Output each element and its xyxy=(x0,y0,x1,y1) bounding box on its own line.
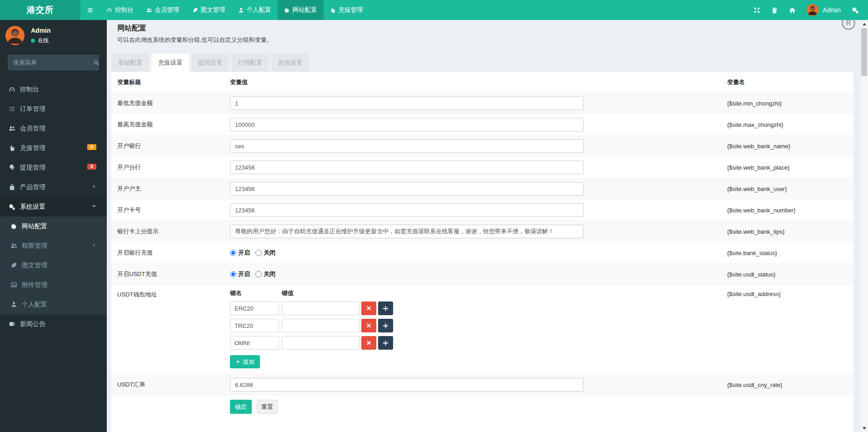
sidebar-item-附件管理[interactable]: 附件管理 xyxy=(0,275,107,295)
hand-icon xyxy=(8,145,16,151)
config-row: 最高充值金额{$site.max_chongzhi} xyxy=(111,114,853,136)
row-label: USDT汇率 xyxy=(117,381,230,389)
chevron-left-icon xyxy=(91,184,97,189)
move-pair-button[interactable] xyxy=(378,319,393,332)
reset-button[interactable]: 重置 xyxy=(257,400,278,414)
scrollbar-thumb[interactable] xyxy=(861,28,867,76)
sidebar-item-label: 系统设置 xyxy=(20,203,45,211)
sidebar-item-权限管理[interactable]: 权限管理 xyxy=(0,236,107,256)
value-input[interactable] xyxy=(230,203,584,217)
hand-down-icon xyxy=(8,164,16,171)
sidebar-toggle-button[interactable] xyxy=(80,0,100,20)
value-input[interactable] xyxy=(230,161,584,174)
kv-key-input[interactable] xyxy=(230,336,279,350)
navbar-item-充值管理[interactable]: 充值管理 xyxy=(324,0,369,20)
radio-group: 开启关闭 xyxy=(230,249,584,257)
sidebar-item-图文管理[interactable]: 图文管理 xyxy=(0,256,107,275)
row-value xyxy=(230,182,584,196)
move-pair-button[interactable] xyxy=(378,336,393,350)
delete-pair-button[interactable]: ✕ xyxy=(361,336,376,350)
sidebar-username: Admin xyxy=(31,27,51,34)
kv-pair-row: ✕ xyxy=(230,319,584,332)
radio-option-关闭[interactable]: 关闭 xyxy=(255,249,275,257)
radio-group: 开启关闭 xyxy=(230,270,584,278)
sidebar-item-个人配置[interactable]: 个人配置 xyxy=(0,295,107,314)
settings-gears-icon[interactable] xyxy=(852,6,859,14)
sidebar-item-订单管理[interactable]: 订单管理 xyxy=(0,99,107,119)
sidebar-item-label: 网站配置 xyxy=(22,222,47,231)
navbar-item-控制台[interactable]: 控制台 xyxy=(100,0,140,20)
sidebar-item-系统设置[interactable]: 系统设置 xyxy=(0,197,107,216)
home-icon[interactable] xyxy=(789,7,796,14)
delete-pair-button[interactable]: ✕ xyxy=(361,319,376,332)
navbar-item-label: 个人配置 xyxy=(247,6,271,14)
value-input[interactable] xyxy=(230,118,584,131)
trash-icon[interactable] xyxy=(771,7,778,14)
radio-label: 关闭 xyxy=(264,270,275,278)
value-input[interactable] xyxy=(230,96,584,110)
search-icon[interactable] xyxy=(93,60,100,66)
navbar-item-个人配置[interactable]: 个人配置 xyxy=(232,0,278,20)
submit-button[interactable]: 确定 xyxy=(230,400,252,414)
radio-input[interactable] xyxy=(255,250,262,256)
row-value: 开启关闭 xyxy=(230,249,584,257)
sidebar-item-网站配置[interactable]: 网站配置 xyxy=(0,216,107,236)
navbar-item-网站配置[interactable]: 网站配置 xyxy=(278,0,324,20)
sidebar-item-产品管理[interactable]: 产品管理 xyxy=(0,177,107,197)
sidebar-item-label: 图文管理 xyxy=(22,261,47,270)
radio-input[interactable] xyxy=(230,250,236,256)
value-input[interactable] xyxy=(230,225,584,238)
append-pair-button[interactable]: 追加 xyxy=(230,355,260,368)
expand-icon[interactable] xyxy=(753,7,760,14)
sidebar-item-会员管理[interactable]: 会员管理 xyxy=(0,119,107,138)
main-content: 网站配置 可以在此增改系统的变量和分组,也可以自定义分组和变量。 基础配置充值设… xyxy=(107,20,860,432)
config-row: 最低充值金额{$site.min_chongzhi} xyxy=(111,93,853,114)
radio-input[interactable] xyxy=(230,271,236,277)
navbar-item-会员管理[interactable]: 会员管理 xyxy=(140,0,186,20)
navbar-right: Admin xyxy=(753,0,859,20)
sidebar-item-充值管理[interactable]: 充值管理0 xyxy=(0,138,107,158)
radio-option-开启[interactable]: 开启 xyxy=(230,270,250,278)
value-input[interactable] xyxy=(230,378,584,392)
brand-logo[interactable]: 港交所 xyxy=(0,0,80,20)
kv-value-input[interactable] xyxy=(282,319,359,332)
radio-option-关闭[interactable]: 关闭 xyxy=(255,270,275,278)
move-pair-button[interactable] xyxy=(378,301,393,315)
tab-行情配置[interactable]: 行情配置 xyxy=(231,54,269,72)
kv-value-input[interactable] xyxy=(282,336,359,350)
value-input[interactable] xyxy=(230,182,584,196)
sidebar-item-新闻公告[interactable]: 新闻公告 xyxy=(0,314,107,334)
kv-key-header: 键名 xyxy=(230,289,282,297)
tab-提现设置[interactable]: 提现设置 xyxy=(191,54,229,72)
page-subtitle: 可以在此增改系统的变量和分组,也可以自定义分组和变量。 xyxy=(117,36,853,44)
navbar-item-图文管理[interactable]: 图文管理 xyxy=(186,0,232,20)
scroll-up-arrow[interactable] xyxy=(860,20,868,28)
online-status-dot xyxy=(31,39,35,43)
search-input[interactable] xyxy=(8,59,93,66)
sidebar-item-控制台[interactable]: 控制台 xyxy=(0,80,107,99)
tab-充值设置[interactable]: 充值设置 xyxy=(151,54,189,72)
radio-option-开启[interactable]: 开启 xyxy=(230,249,250,257)
tab-基础配置[interactable]: 基础配置 xyxy=(111,54,149,72)
navbar-item-label: 控制台 xyxy=(115,6,134,14)
kv-key-input[interactable] xyxy=(230,301,279,315)
sidebar-item-label: 提现管理 xyxy=(20,164,45,172)
scroll-down-arrow[interactable] xyxy=(860,424,868,432)
kv-value-input[interactable] xyxy=(282,301,359,315)
navbar-item-label: 网站配置 xyxy=(293,6,317,14)
sidebar-item-提现管理[interactable]: 提现管理0 xyxy=(0,158,107,177)
row-label: 开启银行充值 xyxy=(117,249,230,257)
kv-key-input[interactable] xyxy=(230,319,279,332)
value-input[interactable] xyxy=(230,139,584,153)
hand-icon xyxy=(330,7,336,13)
users-icon xyxy=(8,125,16,132)
navbar-item-label: 图文管理 xyxy=(201,6,225,14)
delete-pair-button[interactable]: ✕ xyxy=(361,301,376,315)
config-row: 开启USDT充值开启关闭{$site.usdt_status} xyxy=(111,264,853,285)
radio-input[interactable] xyxy=(255,271,262,277)
tab-其他设置[interactable]: 其他设置 xyxy=(271,54,309,72)
gear-icon xyxy=(10,223,18,230)
row-value xyxy=(230,225,584,238)
variable-name: {$site.web_bank_place} xyxy=(727,164,789,171)
navbar-user[interactable]: Admin xyxy=(807,4,841,16)
